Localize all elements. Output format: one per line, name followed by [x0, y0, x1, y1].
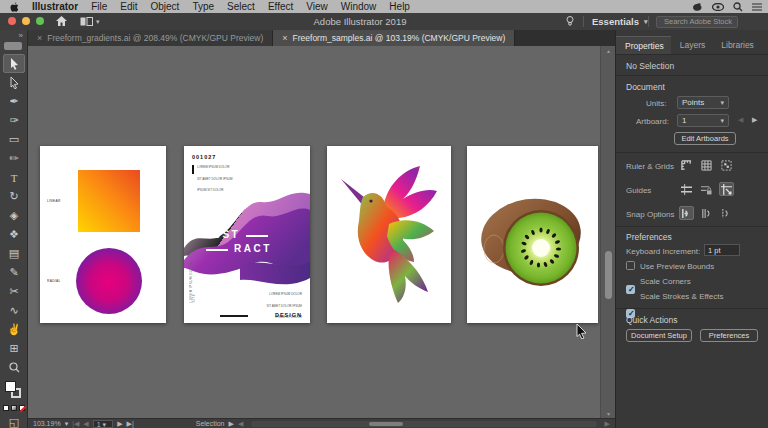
vertical-scroll-thumb[interactable]	[605, 251, 612, 299]
zoom-dropdown-icon[interactable]: ▾	[65, 420, 69, 428]
paintbrush-tool[interactable]: ✏	[3, 149, 25, 168]
kiwi-graphic[interactable]	[467, 146, 598, 323]
minimize-window-button[interactable]	[22, 17, 30, 25]
tab-properties[interactable]: Properties	[616, 36, 671, 54]
snap-to-pixel-button[interactable]	[719, 206, 734, 220]
close-tab-icon[interactable]: ×	[282, 33, 287, 43]
status-eye-icon[interactable]	[712, 3, 724, 11]
close-tab-icon[interactable]: ×	[37, 33, 42, 43]
use-preview-bounds-checkbox[interactable]	[626, 261, 635, 270]
none-button[interactable]	[19, 405, 25, 411]
status-expand-icon[interactable]: ▶	[229, 420, 234, 428]
zoom-level[interactable]: 103.19%	[33, 420, 61, 427]
zoom-window-button[interactable]	[36, 17, 44, 25]
artboard-tool[interactable]: ⊞	[3, 339, 25, 358]
menu-object[interactable]: Object	[150, 0, 179, 13]
lightbulb-icon[interactable]	[566, 16, 574, 27]
status-app-icon[interactable]	[692, 2, 703, 12]
vertical-scrollbar[interactable]: ▴ ▾	[600, 46, 615, 418]
workspace-switcher[interactable]: Essentials ▾	[592, 16, 648, 27]
menu-effect[interactable]: Effect	[268, 0, 293, 13]
menu-type[interactable]: Type	[192, 0, 214, 13]
lock-guides-button[interactable]	[699, 182, 714, 196]
artboard-gradients[interactable]: LINEAR RADIAL	[40, 146, 166, 323]
prev-artboard-button[interactable]: ◀	[738, 116, 743, 124]
scroll-down-icon[interactable]: ▾	[601, 410, 616, 417]
search-input[interactable]	[664, 17, 734, 26]
apple-logo-icon[interactable]	[10, 2, 19, 12]
arrange-documents-control[interactable]: ▾	[80, 17, 100, 26]
ruler-toggle-button[interactable]	[679, 158, 694, 172]
grid-toggle-button[interactable]	[699, 158, 714, 172]
zoom-tool[interactable]	[3, 358, 25, 377]
transparency-grid-toggle-button[interactable]	[719, 158, 734, 172]
linear-gradient-square[interactable]	[78, 170, 140, 232]
shape-builder-tool[interactable]: ❖	[3, 225, 25, 244]
direct-selection-tool[interactable]	[3, 73, 25, 92]
notification-center-icon[interactable]	[752, 3, 762, 11]
gradient-tool[interactable]: ▤	[3, 244, 25, 263]
curvature-tool[interactable]: ✑	[3, 111, 25, 130]
menu-illustrator[interactable]: Illustrator	[32, 0, 78, 13]
scale-corners-checkbox[interactable]	[626, 285, 635, 294]
make-guides-button[interactable]	[719, 182, 734, 196]
fill-stroke-swatches[interactable]	[3, 380, 25, 400]
pen-tool[interactable]: ✒	[3, 92, 25, 111]
last-artboard-icon[interactable]: ▶|	[127, 420, 134, 428]
tab-libraries[interactable]: Libraries	[712, 36, 761, 54]
toolbar-grip[interactable]	[4, 42, 22, 50]
fill-swatch[interactable]	[5, 381, 16, 392]
hand-tool[interactable]: ✌	[3, 320, 25, 339]
canvas[interactable]: LINEAR RADIAL 001027 LOREM IPSUM DOLOR S…	[28, 46, 600, 418]
edit-artboards-button[interactable]: Edit Artboards	[674, 132, 736, 145]
selection-tool[interactable]	[3, 54, 25, 73]
draw-mode-button[interactable]: ◱	[3, 413, 25, 428]
gradient-button[interactable]	[11, 405, 17, 411]
prev-artboard-icon[interactable]: ◀	[83, 420, 88, 428]
preferences-button[interactable]: Preferences	[700, 329, 758, 342]
menu-window[interactable]: Window	[341, 0, 377, 13]
menu-select[interactable]: Select	[227, 0, 255, 13]
home-icon[interactable]	[56, 16, 67, 26]
type-tool[interactable]: T	[3, 168, 25, 187]
eraser-tool[interactable]: ◈	[3, 206, 25, 225]
menu-file[interactable]: File	[91, 0, 107, 13]
next-artboard-icon[interactable]: ▶	[117, 420, 122, 428]
hummingbird-graphic[interactable]	[327, 146, 451, 323]
units-select[interactable]: Points▾	[677, 96, 729, 109]
menu-edit[interactable]: Edit	[120, 0, 137, 13]
menu-help[interactable]: Help	[389, 0, 410, 13]
adobe-stock-search[interactable]	[656, 16, 738, 28]
horizontal-scroll-thumb[interactable]	[369, 422, 403, 426]
show-guides-button[interactable]	[679, 182, 694, 196]
first-artboard-icon[interactable]: |◀	[72, 420, 79, 428]
artboard-select[interactable]: 1▾	[677, 114, 729, 127]
width-tool[interactable]: ∿	[3, 301, 25, 320]
hscroll-right-icon[interactable]: ▶	[605, 420, 610, 428]
close-window-button[interactable]	[8, 17, 16, 25]
eyedropper-tool[interactable]: ✎	[3, 263, 25, 282]
hscroll-left-icon[interactable]: ◀	[238, 420, 243, 428]
spotlight-search-icon[interactable]	[733, 2, 743, 12]
keyboard-increment-input[interactable]: 1 pt	[704, 244, 740, 256]
artboard-kiwi[interactable]	[467, 146, 598, 323]
tab-layers[interactable]: Layers	[671, 36, 713, 54]
snap-to-point-button[interactable]	[679, 206, 694, 220]
next-artboard-button[interactable]: ▶	[752, 116, 757, 124]
radial-gradient-circle[interactable]	[76, 248, 142, 314]
tool-status[interactable]: Selection	[196, 420, 225, 427]
artboard-poster[interactable]: 001027 LOREM IPSUM DOLOR SIT AMET DOLOR …	[184, 146, 310, 323]
document-setup-button[interactable]: Document Setup	[626, 329, 692, 342]
toolbar-collapse-icon[interactable]: »	[19, 31, 23, 40]
horizontal-scrollbar[interactable]	[251, 421, 596, 427]
rectangle-tool[interactable]: ▭	[3, 130, 25, 149]
artboard-navigation-box[interactable]: 1 ▾	[93, 420, 113, 428]
scroll-up-icon[interactable]: ▴	[601, 47, 616, 54]
scissors-tool[interactable]: ✂	[3, 282, 25, 301]
tab-freeform-gradients[interactable]: × Freeform_gradients.ai @ 208.49% (CMYK/…	[28, 30, 273, 46]
snap-to-grid-button[interactable]	[699, 206, 714, 220]
artboard-hummingbird[interactable]	[327, 146, 451, 323]
color-button[interactable]	[3, 405, 9, 411]
rotate-tool[interactable]: ↻	[3, 187, 25, 206]
tab-freeform-samples[interactable]: × Freeform_samples.ai @ 103.19% (CMYK/GP…	[273, 30, 515, 46]
